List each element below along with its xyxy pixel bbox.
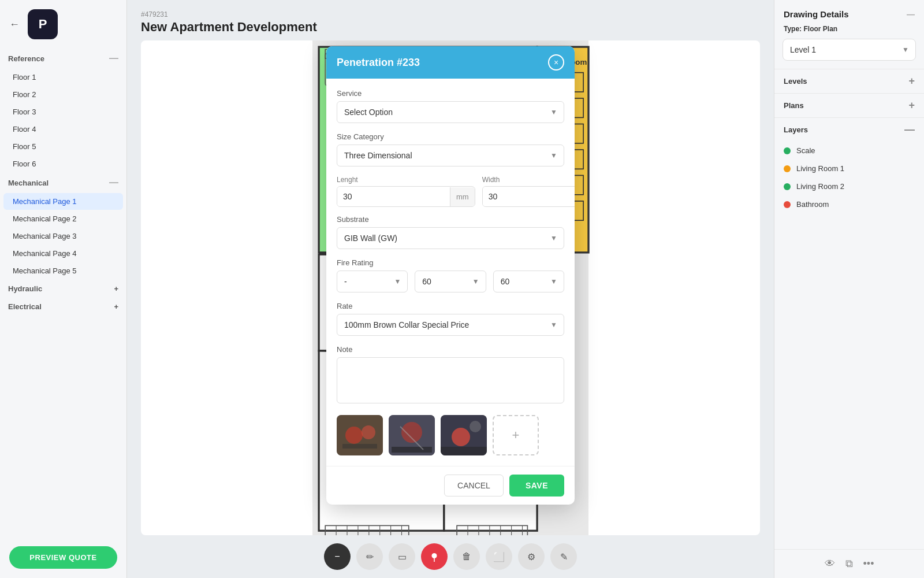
layer-dot: [784, 147, 791, 154]
toolbar: − ✏ ▭ 🗑 ⬜ ⚙ ✎: [127, 535, 774, 578]
drawing-details-title: Drawing Details: [784, 9, 849, 19]
rate-field: Rate 100mm Brown Collar Special Price ▼: [337, 302, 564, 336]
size-category-field: Size Category Three Dimensional ▼: [337, 132, 564, 166]
mechanical-section-header[interactable]: Mechanical —: [0, 173, 126, 192]
width-input-wrap: mm: [482, 186, 575, 207]
sidebar-item-mechanical-page[interactable]: Mechanical Page 2: [3, 210, 123, 227]
level-select[interactable]: Level 1: [783, 39, 916, 61]
drawing-type: Type: Floor Plan: [774, 25, 924, 39]
svg-point-92: [470, 421, 481, 432]
left-sidebar: ← P Reference — Floor 1Floor 2Floor 3Flo…: [0, 0, 127, 578]
substrate-label: Substrate: [337, 215, 564, 224]
preview-quote-button[interactable]: PREVIEW QUOTE: [9, 546, 117, 569]
plans-plus: +: [908, 99, 915, 112]
fire-rating-select-2[interactable]: 60: [415, 271, 486, 292]
sidebar-item-floor[interactable]: Floor 3: [3, 103, 123, 120]
delete-tool-button[interactable]: 🗑: [453, 543, 480, 570]
minus-tool-button[interactable]: −: [324, 543, 351, 570]
note-textarea[interactable]: [337, 357, 564, 403]
box-tool-button[interactable]: ▭: [389, 543, 415, 570]
layers-section-header[interactable]: Layers —: [774, 117, 924, 142]
rate-select-wrapper: 100mm Brown Collar Special Price ▼: [337, 314, 564, 336]
sidebar-item-floor[interactable]: Floor 5: [3, 138, 123, 155]
app-logo: P: [28, 9, 58, 39]
plans-label: Plans: [784, 101, 804, 110]
logo-area: ← P: [0, 0, 126, 49]
width-input[interactable]: [483, 187, 575, 206]
sidebar-item-floor[interactable]: Floor 6: [3, 155, 123, 172]
mechanical-toggle: —: [109, 177, 118, 188]
canvas-container: Living Room 2 Living Room: [141, 40, 760, 535]
sidebar-item-mechanical-page[interactable]: Mechanical Page 4: [3, 245, 123, 262]
fire-rating-label: Fire Rating: [337, 258, 564, 267]
modal-title: Penetration #233: [337, 57, 420, 69]
length-field: Lenght mm: [337, 176, 475, 207]
right-sidebar-header: Drawing Details —: [774, 0, 924, 25]
edit-tool-button[interactable]: ✎: [550, 543, 577, 570]
layer-item: Living Room 2: [774, 177, 924, 195]
layer-label: Living Room 1: [796, 164, 844, 173]
reference-label: Reference: [8, 54, 44, 63]
save-button[interactable]: SAVE: [509, 475, 564, 497]
eye-icon[interactable]: 👁: [825, 558, 835, 570]
modal-close-button[interactable]: ×: [548, 54, 564, 71]
sidebar-item-floor[interactable]: Floor 1: [3, 69, 123, 86]
electrical-label: Electrical: [8, 302, 42, 311]
right-sidebar-minimize[interactable]: —: [907, 10, 915, 19]
levels-label: Levels: [784, 77, 807, 86]
levels-section-header[interactable]: Levels +: [774, 69, 924, 93]
sidebar-item-mechanical-page[interactable]: Mechanical Page 5: [3, 262, 123, 279]
fire-rating-row: - ▼ 60 ▼: [337, 271, 564, 292]
note-label: Note: [337, 345, 564, 354]
add-photo-button[interactable]: +: [493, 415, 539, 455]
substrate-select[interactable]: GIB Wall (GW): [337, 227, 564, 249]
fire-rating-select-1[interactable]: -: [337, 271, 408, 292]
electrical-section-header[interactable]: Electrical +: [0, 298, 126, 316]
layer-dot: [784, 165, 791, 172]
level-select-wrap: Level 1 ▼: [783, 39, 916, 61]
service-select[interactable]: Select Option: [337, 101, 564, 123]
size-category-select-wrapper: Three Dimensional ▼: [337, 144, 564, 166]
hydraulic-section-header[interactable]: Hydraulic +: [0, 280, 126, 298]
levels-plus: +: [908, 75, 915, 87]
layer-label: Scale: [796, 146, 815, 155]
mechanical-label: Mechanical: [8, 179, 49, 187]
photos-row: +: [337, 415, 564, 455]
rate-select[interactable]: 100mm Brown Collar Special Price: [337, 314, 564, 336]
plans-section-header[interactable]: Plans +: [774, 93, 924, 117]
dimensions-row: Lenght mm Width mm: [337, 176, 564, 207]
sidebar-item-mechanical-page[interactable]: Mechanical Page 1: [3, 193, 123, 210]
pin-tool-button[interactable]: [421, 543, 448, 570]
gear-tool-button[interactable]: ⚙: [518, 543, 545, 570]
copy-icon[interactable]: ⧉: [845, 558, 853, 570]
length-input-wrap: mm: [337, 186, 475, 207]
fire-rating-col-2: 60 ▼: [415, 271, 486, 292]
cancel-button[interactable]: CANCEL: [444, 475, 504, 497]
photo-thumb-1: [337, 415, 383, 455]
size-category-label: Size Category: [337, 132, 564, 141]
floor-list: Floor 1Floor 2Floor 3Floor 4Floor 5Floor…: [0, 68, 126, 173]
size-category-select[interactable]: Three Dimensional: [337, 144, 564, 166]
svg-point-93: [432, 553, 437, 558]
hydraulic-plus: +: [114, 284, 118, 293]
pencil-tool-button[interactable]: ✏: [356, 543, 383, 570]
main-header: #479231 New Apartment Development: [127, 0, 774, 40]
sidebar-item-floor[interactable]: Floor 4: [3, 121, 123, 138]
sidebar-item-floor[interactable]: Floor 2: [3, 86, 123, 103]
square-tool-button[interactable]: ⬜: [486, 543, 512, 570]
photo-thumb-3: [441, 415, 487, 455]
modal-footer: CANCEL SAVE: [326, 466, 575, 505]
fire-rating-field: Fire Rating - ▼: [337, 258, 564, 292]
layer-item: Living Room 1: [774, 160, 924, 177]
back-button[interactable]: ←: [9, 18, 20, 31]
sidebar-item-mechanical-page[interactable]: Mechanical Page 3: [3, 228, 123, 244]
svg-point-86: [401, 422, 422, 443]
length-input[interactable]: [337, 187, 450, 206]
note-field: Note: [337, 345, 564, 406]
layers-minus: —: [904, 124, 915, 136]
fire-rating-select-3[interactable]: 60: [493, 271, 564, 292]
svg-rect-91: [441, 447, 487, 455]
project-title: New Apartment Development: [141, 20, 760, 35]
reference-section-header[interactable]: Reference —: [0, 49, 126, 68]
more-icon[interactable]: •••: [863, 558, 874, 570]
